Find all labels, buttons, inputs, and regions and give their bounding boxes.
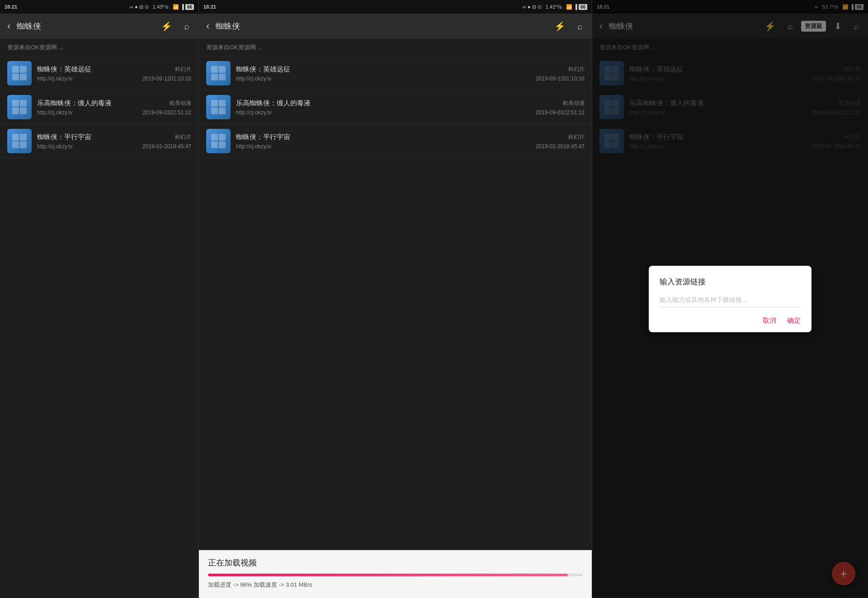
middle-movie-genre-1: 欧美动漫 (563, 99, 585, 107)
dialog-overlay: 输入资源链接 取消 确定 (592, 0, 868, 598)
middle-panel-title: 蜘蛛侠 (216, 21, 546, 32)
left-movie-list: 蜘蛛侠：英雄远征 科幻片 http://cj.okzy.tv 2019-09-1… (0, 57, 198, 598)
left-movie-date-0: 2019-09-1201:10:16 (142, 75, 191, 82)
middle-movie-url-1: http://cj.okzy.tv (236, 109, 271, 116)
progress-bar-fill (208, 574, 568, 576)
left-time: 18:21 (5, 4, 17, 9)
middle-status-bar: 18:21 ∞ ● ⊟ ⊙ 1.41ᴹ/s 📶 ▐ 66 (199, 0, 592, 14)
middle-movie-title-1: 乐高蜘蛛侠：缠人的毒液 (236, 99, 311, 108)
left-search-icon[interactable]: ⌕ (180, 19, 193, 33)
left-source-label: 资源来自OK资源网 ... (0, 39, 198, 57)
loading-title: 正在加载视频 (208, 557, 583, 568)
left-movie-info-1: 乐高蜘蛛侠：缠人的毒液 欧美动漫 http://cj.okzy.tv 2019-… (37, 99, 191, 116)
progress-bar-background (208, 574, 583, 576)
middle-search-icon[interactable]: ⌕ (574, 19, 586, 33)
middle-movie-info-1: 乐高蜘蛛侠：缠人的毒液 欧美动漫 http://cj.okzy.tv 2019-… (236, 99, 585, 116)
loading-panel: 正在加载视频 加载进度 -> 96% 加载速度 -> 3.01 MB/s (199, 550, 592, 598)
left-movie-date-2: 2019-02-2018:45:47 (142, 143, 191, 150)
left-movie-genre-0: 科幻片 (175, 66, 191, 73)
left-movie-url-2: http://cj.okzy.tv (37, 143, 72, 150)
middle-status-icons: ∞ ● ⊟ ⊙ 1.41ᴹ/s 📶 ▐ 66 (523, 4, 587, 10)
middle-movie-thumb-1 (206, 95, 231, 119)
left-movie-title-2: 蜘蛛侠：平行宇宙 (37, 133, 91, 141)
left-movie-thumb-0 (7, 61, 32, 85)
middle-movie-url-0: http://cj.okzy.tv (236, 75, 271, 82)
left-flash-icon[interactable]: ⚡ (157, 19, 176, 33)
left-movie-genre-2: 科幻片 (175, 133, 191, 141)
left-top-bar: ‹ 蜘蛛侠 ⚡ ⌕ (0, 14, 198, 39)
left-movie-genre-1: 欧美动漫 (170, 99, 191, 107)
middle-movie-date-0: 2019-09-1201:10:16 (536, 75, 585, 82)
middle-movie-item-2[interactable]: 蜘蛛侠：平行宇宙 科幻片 http://cj.okzy.tv 2019-02-2… (199, 124, 592, 158)
middle-movie-info-0: 蜘蛛侠：英雄远征 科幻片 http://cj.okzy.tv 2019-09-1… (236, 65, 585, 82)
middle-movie-url-2: http://cj.okzy.tv (236, 143, 271, 150)
left-movie-url-0: http://cj.okzy.tv (37, 75, 72, 82)
dialog-url-input[interactable] (660, 294, 801, 305)
middle-movie-item-1[interactable]: 乐高蜘蛛侠：缠人的毒液 欧美动漫 http://cj.okzy.tv 2019-… (199, 90, 592, 124)
dialog-title: 输入资源链接 (660, 277, 801, 287)
left-movie-thumb-1 (7, 95, 32, 119)
left-status-icons: ∞ ● ⊟ ⊙ 1.43ᴷ/s 📶 ▐ 66 (130, 4, 194, 10)
left-status-bar: 18:21 ∞ ● ⊟ ⊙ 1.43ᴷ/s 📶 ▐ 66 (0, 0, 198, 14)
dialog-cancel-button[interactable]: 取消 (763, 316, 776, 325)
middle-movie-info-2: 蜘蛛侠：平行宇宙 科幻片 http://cj.okzy.tv 2019-02-2… (236, 133, 585, 150)
left-movie-info-0: 蜘蛛侠：英雄远征 科幻片 http://cj.okzy.tv 2019-09-1… (37, 65, 191, 82)
dialog-confirm-button[interactable]: 确定 (787, 316, 801, 325)
middle-movie-item-0[interactable]: 蜘蛛侠：英雄远征 科幻片 http://cj.okzy.tv 2019-09-1… (199, 57, 592, 90)
middle-movie-list: 蜘蛛侠：英雄远征 科幻片 http://cj.okzy.tv 2019-09-1… (199, 57, 592, 550)
middle-movie-title-2: 蜘蛛侠：平行宇宙 (236, 133, 290, 141)
middle-movie-thumb-0 (206, 61, 231, 85)
left-movie-item-1[interactable]: 乐高蜘蛛侠：缠人的毒液 欧美动漫 http://cj.okzy.tv 2019-… (0, 90, 198, 124)
left-movie-item-2[interactable]: 蜘蛛侠：平行宇宙 科幻片 http://cj.okzy.tv 2019-02-2… (0, 124, 198, 158)
left-movie-date-1: 2019-09-0322:51:12 (142, 109, 191, 116)
dialog-actions: 取消 确定 (660, 316, 801, 325)
middle-panel: 18:21 ∞ ● ⊟ ⊙ 1.41ᴹ/s 📶 ▐ 66 ‹ 蜘蛛侠 ⚡ ⌕ 资… (199, 0, 592, 598)
left-movie-url-1: http://cj.okzy.tv (37, 109, 72, 116)
left-movie-title-1: 乐高蜘蛛侠：缠人的毒液 (37, 99, 112, 108)
middle-movie-title-0: 蜘蛛侠：英雄远征 (236, 65, 290, 74)
middle-movie-genre-0: 科幻片 (568, 66, 585, 73)
right-panel: 18:21 ∞ 53.7ᴷ/s 📶 ▐ 66 ‹ 蜘蛛侠 ⚡ ⌕ 资源鼠 ⬇ ⌕… (592, 0, 868, 598)
left-movie-title-0: 蜘蛛侠：英雄远征 (37, 65, 91, 74)
left-movie-info-2: 蜘蛛侠：平行宇宙 科幻片 http://cj.okzy.tv 2019-02-2… (37, 133, 191, 150)
middle-top-bar: ‹ 蜘蛛侠 ⚡ ⌕ (199, 14, 592, 39)
left-panel: 18:21 ∞ ● ⊟ ⊙ 1.43ᴷ/s 📶 ▐ 66 ‹ 蜘蛛侠 ⚡ ⌕ 资… (0, 0, 199, 598)
middle-movie-date-2: 2019-02-2018:45:47 (536, 143, 585, 150)
left-movie-item-0[interactable]: 蜘蛛侠：英雄远征 科幻片 http://cj.okzy.tv 2019-09-1… (0, 57, 198, 90)
left-panel-title: 蜘蛛侠 (17, 21, 153, 32)
left-back-button[interactable]: ‹ (5, 19, 12, 34)
middle-back-button[interactable]: ‹ (204, 19, 211, 34)
middle-source-label: 资源来自OK资源网 ... (199, 39, 592, 57)
middle-time: 18:21 (203, 4, 216, 9)
middle-flash-icon[interactable]: ⚡ (551, 19, 569, 33)
loading-meta: 加载进度 -> 96% 加载速度 -> 3.01 MB/s (208, 581, 583, 589)
left-movie-thumb-2 (7, 129, 32, 153)
middle-movie-date-1: 2019-09-0322:51:12 (536, 109, 585, 116)
middle-movie-thumb-2 (206, 129, 231, 153)
dialog-box: 输入资源链接 取消 确定 (649, 266, 811, 332)
middle-movie-genre-2: 科幻片 (568, 133, 585, 141)
dialog-input-wrapper (660, 294, 801, 307)
